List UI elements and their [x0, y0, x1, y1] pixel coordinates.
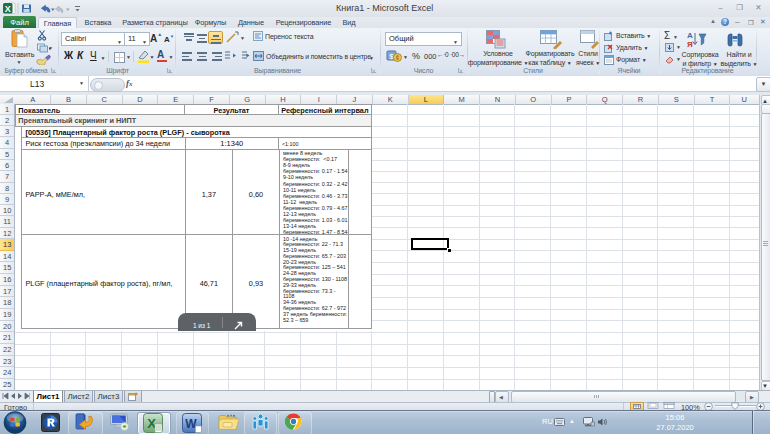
svg-text:¢: ¢ [396, 54, 400, 61]
svg-text:Я: Я [687, 40, 693, 49]
svg-text:X: X [5, 4, 11, 14]
svg-text:А: А [687, 31, 693, 40]
